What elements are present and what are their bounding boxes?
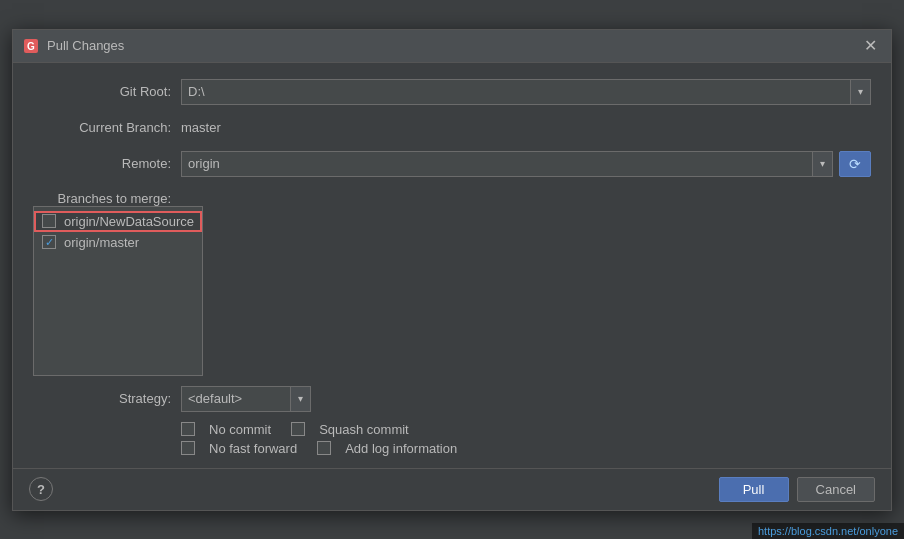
git-root-arrow[interactable]: ▾ — [850, 80, 870, 104]
strategy-combo-arrow[interactable]: ▾ — [290, 387, 310, 411]
add-log-label: Add log information — [345, 441, 457, 456]
remote-controls: origin ▾ ⟳ — [181, 151, 871, 177]
options-section: No commit Squash commit No fast forward … — [181, 422, 871, 456]
remote-value: origin — [182, 156, 812, 171]
branch-item-new-datasource[interactable]: origin/NewDataSource — [34, 211, 202, 232]
no-fast-forward-checkbox[interactable] — [181, 441, 195, 455]
no-commit-option[interactable]: No commit — [181, 422, 271, 437]
remote-label: Remote: — [33, 156, 181, 171]
git-root-row: Git Root: D:\ ▾ — [33, 79, 871, 105]
dialog-body: Git Root: D:\ ▾ Current Branch: master R… — [13, 63, 891, 468]
no-fast-forward-label: No fast forward — [209, 441, 297, 456]
strategy-combo[interactable]: <default> ▾ — [181, 386, 311, 412]
strategy-value: <default> — [182, 391, 290, 406]
dialog-title: Pull Changes — [47, 38, 860, 53]
footer-buttons: Pull Cancel — [719, 477, 875, 502]
branches-row: Branches to merge: origin/NewDataSource … — [33, 187, 871, 376]
no-commit-checkbox[interactable] — [181, 422, 195, 436]
branches-list: origin/NewDataSource origin/master — [33, 206, 203, 376]
cancel-button[interactable]: Cancel — [797, 477, 875, 502]
remote-combo[interactable]: origin ▾ — [181, 151, 833, 177]
squash-commit-label: Squash commit — [319, 422, 409, 437]
no-fast-forward-option[interactable]: No fast forward — [181, 441, 297, 456]
current-branch-value: master — [181, 120, 871, 135]
pull-button[interactable]: Pull — [719, 477, 789, 502]
refresh-button[interactable]: ⟳ — [839, 151, 871, 177]
current-branch-row: Current Branch: master — [33, 115, 871, 141]
squash-commit-checkbox[interactable] — [291, 422, 305, 436]
options-row-2: No fast forward Add log information — [181, 441, 871, 456]
git-root-value: D:\ — [182, 84, 850, 99]
close-button[interactable]: ✕ — [860, 36, 881, 56]
branch-name-master: origin/master — [64, 235, 139, 250]
watermark: https://blog.csdn.net/onlyone — [752, 523, 904, 539]
add-log-checkbox[interactable] — [317, 441, 331, 455]
branch-checkbox-master[interactable] — [42, 235, 56, 249]
branch-name-new-datasource: origin/NewDataSource — [64, 214, 194, 229]
no-commit-label: No commit — [209, 422, 271, 437]
remote-row: Remote: origin ▾ ⟳ — [33, 151, 871, 177]
help-button[interactable]: ? — [29, 477, 53, 501]
add-log-option[interactable]: Add log information — [317, 441, 457, 456]
branch-item-master[interactable]: origin/master — [34, 232, 202, 253]
branch-checkbox-new-datasource[interactable] — [42, 214, 56, 228]
pull-changes-dialog: G Pull Changes ✕ Git Root: D:\ ▾ Current… — [12, 29, 892, 511]
git-root-combo[interactable]: D:\ ▾ — [181, 79, 871, 105]
branches-label: Branches to merge: — [33, 187, 181, 206]
app-icon: G — [23, 38, 39, 54]
dialog-footer: ? Pull Cancel — [13, 468, 891, 510]
git-root-label: Git Root: — [33, 84, 181, 99]
squash-commit-option[interactable]: Squash commit — [291, 422, 409, 437]
remote-combo-arrow[interactable]: ▾ — [812, 152, 832, 176]
title-bar: G Pull Changes ✕ — [13, 30, 891, 63]
options-row-1: No commit Squash commit — [181, 422, 871, 437]
svg-text:G: G — [27, 41, 35, 52]
strategy-label: Strategy: — [33, 391, 181, 406]
current-branch-label: Current Branch: — [33, 120, 181, 135]
strategy-row: Strategy: <default> ▾ — [33, 386, 871, 412]
